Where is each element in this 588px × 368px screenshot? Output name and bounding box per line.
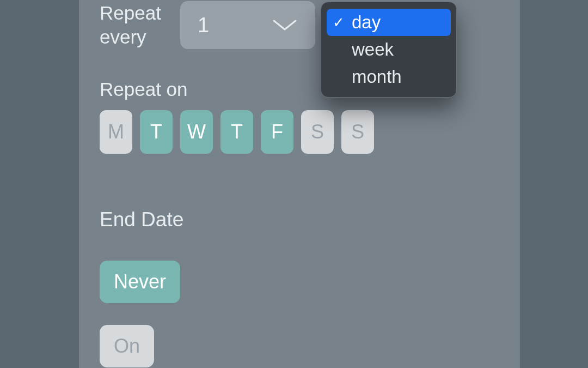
end-never-button[interactable]: Never bbox=[100, 261, 180, 303]
repeat-every-label: Repeat every bbox=[100, 1, 160, 49]
end-date-label: End Date bbox=[100, 208, 499, 231]
checkmark-icon: ✓ bbox=[332, 14, 345, 31]
day-chip-6[interactable]: S bbox=[341, 110, 374, 154]
day-letter: W bbox=[187, 120, 206, 143]
day-letter: F bbox=[271, 120, 283, 143]
day-letter: T bbox=[150, 120, 162, 143]
unit-option-label: month bbox=[352, 67, 445, 87]
unit-option-label: week bbox=[352, 39, 445, 60]
end-never-label: Never bbox=[114, 270, 166, 293]
unit-option-day[interactable]: ✓day bbox=[327, 9, 451, 36]
unit-option-week[interactable]: week bbox=[327, 36, 451, 63]
day-chip-3[interactable]: T bbox=[220, 110, 253, 154]
chevron-down-icon bbox=[272, 19, 298, 32]
day-letter: S bbox=[351, 120, 364, 143]
interval-dropdown[interactable]: 1 bbox=[180, 1, 315, 49]
days-row: MTWTFSS bbox=[100, 110, 499, 154]
day-chip-2[interactable]: W bbox=[180, 110, 213, 154]
day-chip-5[interactable]: S bbox=[301, 110, 334, 154]
unit-dropdown-menu[interactable]: ✓dayweekmonth bbox=[321, 2, 457, 98]
day-chip-4[interactable]: F bbox=[261, 110, 293, 154]
end-on-label: On bbox=[114, 335, 140, 357]
end-on-button[interactable]: On bbox=[100, 325, 154, 367]
unit-option-month[interactable]: month bbox=[327, 63, 451, 91]
day-chip-1[interactable]: T bbox=[140, 110, 173, 154]
day-letter: T bbox=[231, 120, 243, 143]
day-letter: M bbox=[108, 120, 124, 143]
day-letter: S bbox=[311, 120, 324, 143]
interval-value: 1 bbox=[198, 14, 209, 37]
day-chip-0[interactable]: M bbox=[100, 110, 132, 154]
unit-option-label: day bbox=[352, 12, 445, 33]
